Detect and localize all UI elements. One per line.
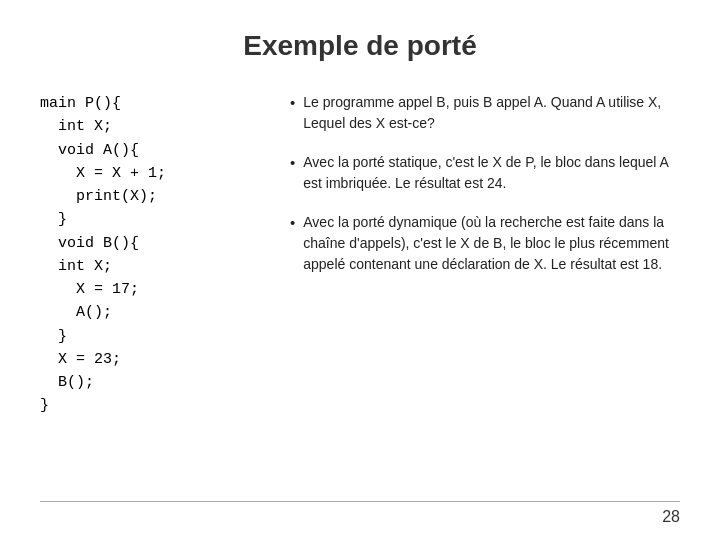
bullet-text-1: Le programme appel B, puis B appel A. Qu… (303, 92, 680, 134)
content-area: main P(){ int X; void A(){ X = X + 1; pr… (40, 92, 680, 418)
bullet-text-3: Avec la porté dynamique (où la recherche… (303, 212, 680, 275)
bullet-item-2: • Avec la porté statique, c'est le X de … (290, 152, 680, 194)
bullet-dot-3: • (290, 212, 295, 235)
page-number: 28 (662, 508, 680, 526)
bullet-dot-1: • (290, 92, 295, 115)
bullet-item-1: • Le programme appel B, puis B appel A. … (290, 92, 680, 134)
bullet-dot-2: • (290, 152, 295, 175)
slide-divider (40, 501, 680, 502)
bullet-item-3: • Avec la porté dynamique (où la recherc… (290, 212, 680, 275)
slide: Exemple de porté main P(){ int X; void A… (0, 0, 720, 540)
slide-title: Exemple de porté (40, 30, 680, 62)
bullet-text-2: Avec la porté statique, c'est le X de P,… (303, 152, 680, 194)
bullet-points: • Le programme appel B, puis B appel A. … (290, 92, 680, 293)
code-block: main P(){ int X; void A(){ X = X + 1; pr… (40, 92, 260, 418)
